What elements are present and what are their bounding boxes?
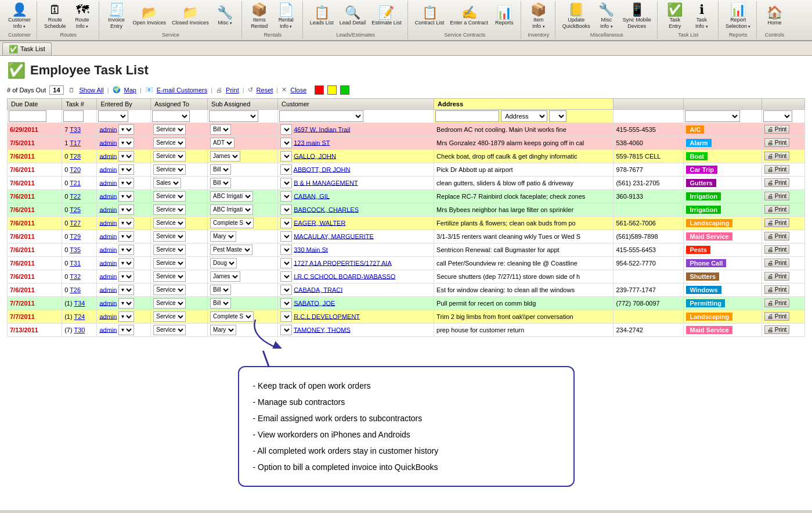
assigned-select[interactable]: Sales [153, 178, 181, 188]
entered-by-link[interactable]: admin [99, 166, 117, 173]
row-print-button[interactable]: 🖨 Print [764, 245, 789, 254]
row-print-button[interactable]: 🖨 Print [764, 312, 789, 321]
close-link[interactable]: Close [290, 87, 306, 94]
map-link[interactable]: Map [124, 87, 136, 94]
subassigned-select[interactable]: James [210, 151, 240, 162]
entered-by-link[interactable]: admin [99, 125, 117, 132]
task-link[interactable]: T24 [74, 313, 85, 320]
entered-by-link[interactable]: admin [99, 259, 117, 266]
entered-by-link[interactable]: admin [99, 232, 117, 239]
task-link[interactable]: T27 [70, 220, 81, 227]
subassigned-select[interactable]: Bill [210, 298, 231, 308]
subassigned-select[interactable]: ABC Irrigati [210, 205, 253, 215]
row-print-button[interactable]: 🖨 Print [764, 299, 789, 307]
entered-by-link[interactable]: admin [99, 246, 117, 253]
filter-task-input[interactable] [63, 110, 84, 122]
entered-by-link[interactable]: admin [99, 192, 117, 199]
entered-select[interactable]: ▾ [118, 325, 134, 335]
entered-by-link[interactable]: admin [99, 286, 117, 293]
assigned-select[interactable]: Service [153, 245, 186, 255]
reset-link[interactable]: Reset [257, 87, 273, 94]
sync-mobile-button[interactable]: 📱 Sync MobileDevices [620, 2, 654, 31]
entered-select[interactable]: ▾ [118, 151, 134, 162]
closed-invoices-button[interactable]: 📁 Closed Invoices [169, 5, 211, 27]
task-link[interactable]: T31 [70, 260, 81, 267]
entered-by-link[interactable]: admin [99, 152, 117, 159]
assigned-select[interactable]: Service [153, 164, 186, 175]
customer-link[interactable]: EAGER, WALTER [294, 219, 345, 226]
entered-select[interactable]: ▾ [118, 191, 134, 202]
customer-select[interactable] [280, 231, 292, 242]
subassigned-select[interactable]: James [210, 271, 240, 282]
subassigned-select[interactable]: Bill [210, 164, 231, 175]
entered-select[interactable]: ▾ [118, 311, 134, 322]
task-link[interactable]: T35 [70, 246, 81, 253]
entered-select[interactable]: ▾ [118, 124, 134, 135]
tab-tasklist[interactable]: ✅ Task List [2, 42, 52, 55]
task-link[interactable]: T34 [74, 300, 85, 307]
row-print-button[interactable]: 🖨 Print [764, 138, 789, 147]
task-link[interactable]: T21 [70, 180, 81, 186]
entered-select[interactable]: ▾ [118, 218, 134, 228]
show-all-link[interactable]: Show All [80, 87, 104, 94]
row-print-button[interactable]: 🖨 Print [764, 259, 789, 267]
entered-by-link[interactable]: admin [99, 313, 117, 320]
customer-select[interactable] [280, 298, 292, 308]
route-schedule-button[interactable]: 🗓 RouteSchedule [42, 2, 68, 31]
subassigned-select[interactable]: ABC Irrigati [210, 191, 253, 202]
home-button[interactable]: 🏠 Home [762, 5, 787, 27]
customer-link[interactable]: 123 main ST [294, 139, 330, 146]
customer-select[interactable] [280, 205, 292, 215]
customer-link[interactable]: CABADA, TRACI [294, 286, 342, 293]
reports-sc-button[interactable]: 📊 Reports [492, 5, 517, 27]
assigned-select[interactable]: Service [153, 285, 186, 295]
assigned-select[interactable]: Service [153, 231, 186, 242]
customer-link[interactable]: SABATO, JOE [294, 299, 335, 306]
task-link[interactable]: T29 [70, 233, 81, 240]
filter-address-select[interactable]: Address [501, 110, 547, 122]
customer-link[interactable]: I.R.C SCHOOL BOARD-WABASSO [294, 272, 395, 279]
subassigned-select[interactable]: Doug [210, 258, 237, 268]
customer-link[interactable]: R.C.L DEVELOPMENT [294, 313, 360, 320]
row-print-button[interactable]: 🖨 Print [764, 272, 789, 281]
filter-customer-select[interactable] [279, 110, 363, 122]
subassigned-select[interactable]: Bill [210, 285, 231, 295]
subassigned-select[interactable]: Complete S [210, 218, 254, 228]
customer-link[interactable]: BABCOCK, CHARLES [294, 206, 359, 213]
entered-select[interactable]: ▾ [118, 164, 134, 175]
task-link[interactable]: T22 [70, 193, 81, 200]
entered-by-link[interactable]: admin [99, 139, 117, 146]
task-link[interactable]: T20 [70, 166, 81, 173]
assigned-select[interactable]: Service [153, 191, 186, 202]
row-print-button[interactable]: 🖨 Print [764, 205, 789, 214]
customer-select[interactable] [280, 191, 292, 202]
items-rented-button[interactable]: 📦 ItemsRented [247, 2, 272, 31]
misc-button[interactable]: 🔧 Misc ▾ [212, 5, 238, 27]
entered-by-link[interactable]: admin [99, 272, 117, 279]
leads-list-button[interactable]: 📋 Leads List [308, 5, 336, 27]
filter-category-select[interactable] [685, 110, 740, 122]
assigned-select[interactable]: Service [153, 124, 186, 135]
task-link[interactable]: T26 [70, 286, 81, 293]
assigned-select[interactable]: Service [153, 298, 186, 308]
entered-select[interactable]: ▾ [118, 178, 134, 188]
entered-by-link[interactable]: admin [99, 206, 117, 213]
invoice-entry-button[interactable]: 🧾 InvoiceEntry [104, 2, 129, 31]
entered-select[interactable]: ▾ [118, 258, 134, 268]
entered-select[interactable]: ▾ [118, 271, 134, 282]
entered-by-link[interactable]: admin [99, 299, 117, 306]
row-print-button[interactable]: 🖨 Print [764, 192, 789, 200]
task-link[interactable]: T28 [70, 153, 81, 160]
assigned-select[interactable]: Service [153, 218, 186, 228]
assigned-select[interactable]: Service [153, 325, 186, 335]
email-customers-link[interactable]: E-mail Customers [157, 87, 207, 94]
subassigned-select[interactable]: Pest Maste [210, 245, 252, 255]
subassigned-select[interactable]: Mary [210, 325, 236, 335]
row-print-button[interactable]: 🖨 Print [764, 178, 789, 187]
subassigned-select[interactable]: Mary [210, 231, 236, 242]
assigned-select[interactable]: Service [153, 138, 186, 148]
subassigned-select[interactable]: Bill [210, 124, 231, 135]
customer-link[interactable]: MACAULAY, MARGUERITE [294, 232, 374, 239]
print-link[interactable]: Print [226, 87, 239, 94]
customer-select[interactable] [280, 151, 292, 162]
